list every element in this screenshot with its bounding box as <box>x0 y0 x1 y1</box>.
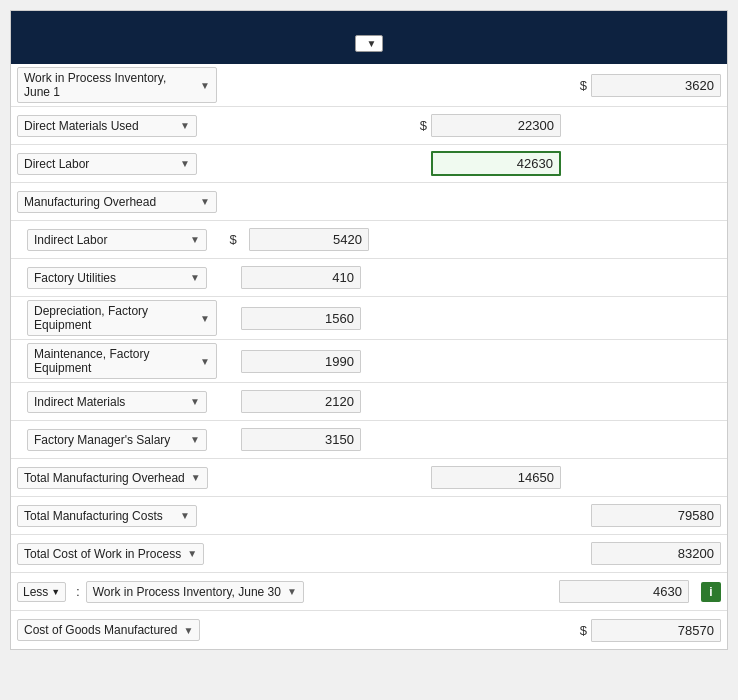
row-label-area: Total Manufacturing Overhead ▼ <box>17 467 217 489</box>
row-label-select[interactable]: Cost of Goods Manufactured ▼ <box>17 619 200 641</box>
row-arrow: ▼ <box>185 472 201 483</box>
table-row: Factory Utilities ▼ 410 <box>11 259 727 297</box>
period-selector[interactable]: ▼ <box>355 35 384 52</box>
row-value-input[interactable]: 2120 <box>241 390 361 413</box>
row-label-select[interactable]: Direct Materials Used ▼ <box>17 115 197 137</box>
row-value-input[interactable]: 78570 <box>591 619 721 642</box>
period-arrow: ▼ <box>367 38 377 49</box>
info-btn-area: i <box>695 582 721 602</box>
row-arrow: ▼ <box>174 510 190 521</box>
row-value-input[interactable]: 22300 <box>431 114 561 137</box>
table-row: Indirect Materials ▼ 2120 <box>11 383 727 421</box>
dollar-sign: $ <box>221 232 245 247</box>
row-label-select[interactable]: Factory Manager's Salary ▼ <box>27 429 207 451</box>
row-arrow: ▼ <box>174 158 190 169</box>
row-arrow: ▼ <box>184 272 200 283</box>
row-value-input[interactable]: 410 <box>241 266 361 289</box>
row-label-area: Factory Manager's Salary ▼ <box>17 429 217 451</box>
less-value-area: 4630 <box>559 580 689 603</box>
row-label-area: Work in Process Inventory, June 1 ▼ <box>17 67 217 103</box>
table-row: Total Manufacturing Costs ▼ 79580 <box>11 497 727 535</box>
less-select[interactable]: Less ▼ <box>17 582 66 602</box>
less-text: Less <box>23 585 48 599</box>
row-label-area: Direct Labor ▼ <box>17 153 217 175</box>
row-value-input[interactable]: 14650 <box>431 466 561 489</box>
row-arrow: ▼ <box>194 313 210 324</box>
row-label-area: Maintenance, Factory Equipment ▼ <box>17 343 217 379</box>
row-value-input[interactable]: 3620 <box>591 74 721 97</box>
row-value-input[interactable]: 3150 <box>241 428 361 451</box>
row-arrow: ▼ <box>184 396 200 407</box>
row-label-select[interactable]: Total Manufacturing Costs ▼ <box>17 505 197 527</box>
row-label-select[interactable]: Manufacturing Overhead ▼ <box>17 191 217 213</box>
table-row: Depreciation, Factory Equipment ▼ 1560 <box>11 297 727 340</box>
less-value-input[interactable]: 4630 <box>559 580 689 603</box>
row-label-select[interactable]: Total Manufacturing Overhead ▼ <box>17 467 208 489</box>
row-arrow: ▼ <box>184 434 200 445</box>
row-label-area: Total Cost of Work in Process ▼ <box>17 543 217 565</box>
table-row: Less ▼ : Work in Process Inventory, June… <box>11 573 727 611</box>
row-label-area: Depreciation, Factory Equipment ▼ <box>17 300 217 336</box>
less-wip-select[interactable]: Work in Process Inventory, June 30 ▼ <box>86 581 304 603</box>
row-label-area: Total Manufacturing Costs ▼ <box>17 505 217 527</box>
dollar-sign: $ <box>580 78 587 93</box>
table-row: Manufacturing Overhead ▼ <box>11 183 727 221</box>
less-arrow: ▼ <box>51 587 60 597</box>
row-label-area: Cost of Goods Manufactured ▼ <box>17 619 217 641</box>
row-arrow: ▼ <box>184 234 200 245</box>
row-arrow: ▼ <box>194 80 210 91</box>
rows-container: Work in Process Inventory, June 1 ▼ $ 36… <box>11 64 727 649</box>
table-row: Cost of Goods Manufactured ▼ $ 78570 <box>11 611 727 649</box>
row-label-select[interactable]: Direct Labor ▼ <box>17 153 197 175</box>
dollar-sign: $ <box>420 118 427 133</box>
row-label-select[interactable]: Maintenance, Factory Equipment ▼ <box>27 343 217 379</box>
row-value-input[interactable]: 1560 <box>241 307 361 330</box>
row-value-input[interactable]: 42630 <box>431 151 561 176</box>
row-label-area: Indirect Materials ▼ <box>17 391 217 413</box>
table-row: Total Cost of Work in Process ▼ 83200 <box>11 535 727 573</box>
row-value-input[interactable]: 5420 <box>249 228 369 251</box>
row-label-select[interactable]: Factory Utilities ▼ <box>27 267 207 289</box>
table-row: Indirect Labor ▼ $ 5420 <box>11 221 727 259</box>
row-label-select[interactable]: Indirect Labor ▼ <box>27 229 207 251</box>
less-wip-arrow: ▼ <box>281 586 297 597</box>
row-value-input[interactable]: 1990 <box>241 350 361 373</box>
row-arrow: ▼ <box>194 356 210 367</box>
row-arrow: ▼ <box>174 120 190 131</box>
row-label-area: Indirect Labor ▼ <box>17 229 217 251</box>
row-label-select[interactable]: Depreciation, Factory Equipment ▼ <box>27 300 217 336</box>
row-label-select[interactable]: Work in Process Inventory, June 1 ▼ <box>17 67 217 103</box>
table-row: Total Manufacturing Overhead ▼ 14650 <box>11 459 727 497</box>
row-arrow: ▼ <box>177 625 193 636</box>
row-value-input[interactable]: 83200 <box>591 542 721 565</box>
less-label-area: Less ▼ : Work in Process Inventory, June… <box>17 581 304 603</box>
info-button[interactable]: i <box>701 582 721 602</box>
table-row: Direct Labor ▼ 42630 <box>11 145 727 183</box>
row-arrow: ▼ <box>194 196 210 207</box>
row-arrow: ▼ <box>181 548 197 559</box>
table-row: Maintenance, Factory Equipment ▼ 1990 <box>11 340 727 383</box>
dollar-sign: $ <box>580 623 587 638</box>
row-label-select[interactable]: Total Cost of Work in Process ▼ <box>17 543 204 565</box>
table-row: Work in Process Inventory, June 1 ▼ $ 36… <box>11 64 727 107</box>
main-container: ▼ Work in Process Inventory, June 1 ▼ $ … <box>10 10 728 650</box>
row-label-area: Factory Utilities ▼ <box>17 267 217 289</box>
table-row: Direct Materials Used ▼ $ 22300 <box>11 107 727 145</box>
row-label-select[interactable]: Indirect Materials ▼ <box>27 391 207 413</box>
row-label-area: Direct Materials Used ▼ <box>17 115 217 137</box>
row-value-input[interactable]: 79580 <box>591 504 721 527</box>
header: ▼ <box>11 11 727 64</box>
table-row: Factory Manager's Salary ▼ 3150 <box>11 421 727 459</box>
